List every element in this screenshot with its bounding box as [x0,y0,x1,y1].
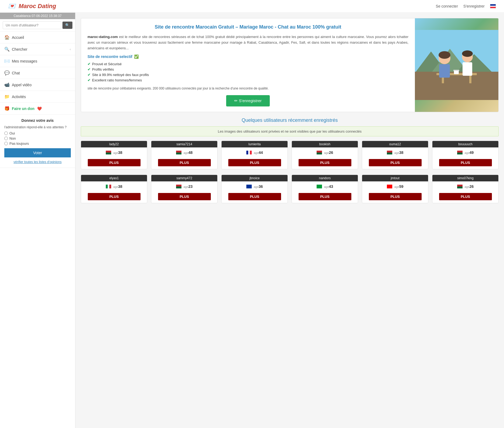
nav-link-messages[interactable]: ✉️ Mes messages [0,55,75,67]
flag-sammy472 [176,185,181,188]
svg-rect-15 [453,70,459,71]
svg-rect-4 [415,72,498,100]
user-body-jmtout: age59 [362,181,428,191]
flag-jbnoice [246,185,252,188]
label-oui: Oui [9,131,15,135]
nav-item-don: 🎁 Faire un don ❤️ [0,103,75,115]
vote-button[interactable]: Voter [4,148,71,157]
age-bouuuuch: age49 [464,150,474,155]
svg-rect-9 [439,64,450,78]
users-section-title: Quelques utilisateurs récemment enregist… [81,118,499,123]
user-card-bouuuuch: bouuuuch age49 PLUS [432,141,499,169]
user-body-nandors: age43 [292,181,358,191]
user-body-samia7214: age48 [151,147,217,157]
site-name: maroc-dating.com [88,35,118,39]
register-button[interactable]: ✏ S'enregistrer [226,95,270,106]
user-card-sammy472: sammy472 age23 PLUS [151,175,218,203]
label-non: Non [9,136,16,140]
activities-icon: 📁 [4,94,9,99]
user-name-bouuuuch: bouuuuch [432,141,498,147]
video-icon: 📹 [4,82,9,87]
gift-icon: 🎁 [4,106,9,111]
login-link[interactable]: Se connecter [436,4,458,8]
flag-simo07king [457,185,463,188]
flag-elyas1 [106,185,111,188]
radio-pas-toujours[interactable] [4,142,8,145]
user-body-simo07king: age26 [432,181,498,191]
search-nav-icon: 🔍 [4,47,9,52]
footer-text: site de rencontre pour célibataires exig… [88,86,408,91]
flag-ouma12 [387,151,392,154]
flag-bouuuuch [457,151,463,154]
plus-button-elyas1[interactable]: PLUS [88,193,141,200]
sidebar-datetime: Casablanca 07-06-2022 15:38:37 [0,13,75,19]
nav-label-messages: Mes messages [12,59,37,63]
plus-button-samia7214[interactable]: PLUS [158,159,211,166]
nav-link-chat[interactable]: 💬 Chat [0,67,75,79]
nav-item-activites: 📁 Activités [0,91,75,103]
intro-text: est le meilleur site de rencontres série… [88,35,408,50]
nav-label-chat: Chat [12,71,20,75]
search-button[interactable]: 🔍 [62,22,72,29]
radio-oui[interactable] [4,132,8,135]
user-name-sammy472: sammy472 [151,175,217,181]
plus-button-bouuuuch[interactable]: PLUS [439,159,492,166]
nav-item-chat: 💬 Chat [0,67,75,79]
plus-button-jmtout[interactable]: PLUS [369,193,422,200]
plus-button-bookish[interactable]: PLUS [299,159,351,166]
opinion-title: Donnez votre avis [4,118,71,123]
user-card-samia7214: samia7214 age48 PLUS [151,141,218,169]
plus-button-ouma12[interactable]: PLUS [369,159,422,166]
welcome-title: Site de rencontre Marocain Gratuit – Mar… [88,24,408,30]
flag-nandors [317,185,322,188]
verify-opinions-link[interactable]: vérifier toutes les listes d'opinions [4,160,71,164]
nav-link-activites[interactable]: 📁 Activités [0,91,75,102]
feature-2: Profils vérifiés [88,67,408,71]
user-card-jmtout: jmtout age59 PLUS [362,175,428,203]
search-input[interactable] [3,21,61,29]
plus-button-simo07king[interactable]: PLUS [439,193,492,200]
plus-button-sammy472[interactable]: PLUS [158,193,211,200]
nav-link-don[interactable]: 🎁 Faire un don ❤️ [0,103,75,114]
nav-label-video: Appel vidéo [12,83,32,87]
nav-item-chercher: 🔍 Chercher ‹ [0,43,75,55]
main-content: Site de rencontre Marocain Gratuit – Mar… [75,13,504,428]
age-ouma12: age38 [394,150,403,155]
plus-button-lumierita[interactable]: PLUS [228,159,281,166]
user-name-jbnoice: jbnoice [222,175,288,181]
sidebar-opinion: Donnez votre avis l'administration répon… [0,115,75,168]
flag-lumierita [246,151,252,154]
user-card-elyas1: elyas1 age38 PLUS [81,175,147,203]
users-section: Quelques utilisateurs récemment enregist… [81,118,499,203]
user-card-jbnoice: jbnoice age36 PLUS [221,175,288,203]
user-name-jmtout: jmtout [362,175,428,181]
header-nav: Se connecter S'enregistrer [436,4,496,8]
nav-label-don: Faire un don [12,106,34,111]
nav-link-chercher[interactable]: 🔍 Chercher ‹ [0,43,75,55]
plus-button-lady22[interactable]: PLUS [88,159,141,166]
chat-icon: 💬 [4,70,9,75]
user-card-nandors: nandors age43 PLUS [292,175,358,203]
plus-button-jbnoice[interactable]: PLUS [228,193,281,200]
user-name-nandors: nandors [292,175,358,181]
sidebar: Casablanca 07-06-2022 15:38:37 🔍 🏠 Accue… [0,13,75,428]
age-samia7214: age48 [183,150,192,155]
user-name-samia7214: samia7214 [151,141,217,147]
age-elyas1: age38 [113,184,122,189]
flag-jmtout [387,185,392,188]
nav-link-accueil[interactable]: 🏠 Accueil [0,32,75,43]
radio-non[interactable] [4,137,8,140]
couple-image [415,18,498,112]
verified-icon: ✅ [134,54,139,59]
option-non: Non [4,136,71,140]
nav-link-video[interactable]: 📹 Appel vidéo [0,79,75,91]
age-bookish: age26 [324,150,333,155]
nav-label-activites: Activités [12,95,26,99]
feature-1: Prouvé et Sécurisé [88,62,408,66]
user-card-lumierita: lumierita age44 PLUS [221,141,288,169]
plus-button-nandors[interactable]: PLUS [299,193,351,200]
flag-lady22 [106,151,111,154]
register-link[interactable]: S'enregistrer [463,4,485,8]
language-flag-icon[interactable] [490,4,496,8]
opinion-options: Oui Non Pas toujours [4,131,71,146]
